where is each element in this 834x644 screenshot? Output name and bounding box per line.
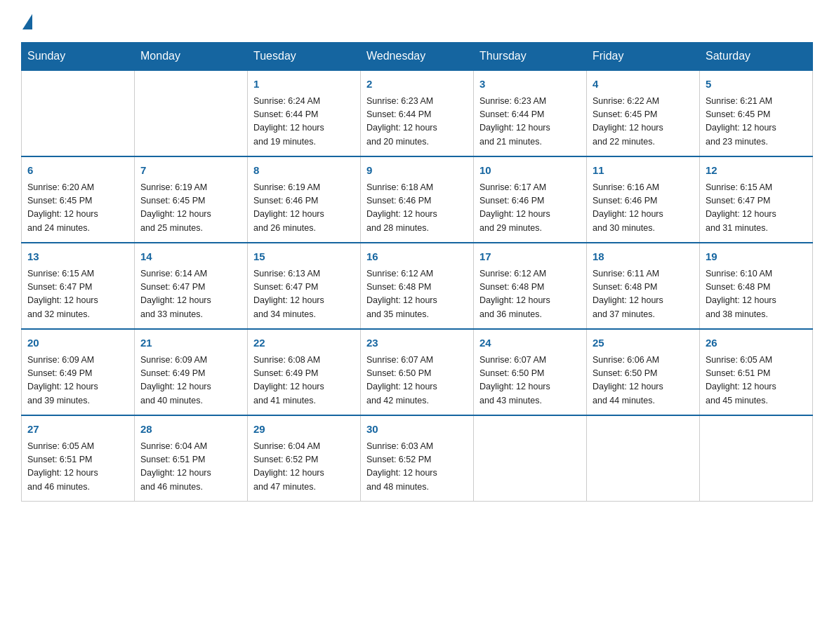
day-info: Sunrise: 6:04 AMSunset: 6:51 PMDaylight:… <box>140 440 241 495</box>
day-number: 13 <box>27 249 128 265</box>
calendar-cell: 17Sunrise: 6:12 AMSunset: 6:48 PMDayligh… <box>474 243 587 329</box>
day-info: Sunrise: 6:15 AMSunset: 6:47 PMDaylight:… <box>27 267 128 322</box>
day-number: 28 <box>140 422 241 438</box>
calendar-cell: 14Sunrise: 6:14 AMSunset: 6:47 PMDayligh… <box>135 243 248 329</box>
day-info: Sunrise: 6:07 AMSunset: 6:50 PMDaylight:… <box>479 354 581 408</box>
page-header <box>21 14 813 28</box>
day-number: 30 <box>366 422 468 438</box>
day-number: 20 <box>27 335 128 351</box>
calendar-week-4: 20Sunrise: 6:09 AMSunset: 6:49 PMDayligh… <box>22 329 813 415</box>
day-number: 10 <box>479 163 581 179</box>
day-info: Sunrise: 6:06 AMSunset: 6:50 PMDaylight:… <box>593 354 694 408</box>
day-info: Sunrise: 6:12 AMSunset: 6:48 PMDaylight:… <box>479 267 581 322</box>
calendar-cell: 24Sunrise: 6:07 AMSunset: 6:50 PMDayligh… <box>474 329 587 415</box>
day-number: 26 <box>706 335 807 351</box>
calendar-cell: 5Sunrise: 6:21 AMSunset: 6:45 PMDaylight… <box>700 70 813 156</box>
calendar-table: SundayMondayTuesdayWednesdayThursdayFrid… <box>21 42 813 502</box>
calendar-cell: 27Sunrise: 6:05 AMSunset: 6:51 PMDayligh… <box>22 415 135 502</box>
day-number: 12 <box>706 163 807 179</box>
calendar-cell: 19Sunrise: 6:10 AMSunset: 6:48 PMDayligh… <box>700 243 813 329</box>
calendar-week-5: 27Sunrise: 6:05 AMSunset: 6:51 PMDayligh… <box>22 415 813 502</box>
day-info: Sunrise: 6:21 AMSunset: 6:45 PMDaylight:… <box>706 95 807 149</box>
day-number: 6 <box>27 163 128 179</box>
calendar-cell: 4Sunrise: 6:22 AMSunset: 6:45 PMDaylight… <box>587 70 700 156</box>
calendar-cell: 26Sunrise: 6:05 AMSunset: 6:51 PMDayligh… <box>700 329 813 415</box>
day-number: 7 <box>140 163 241 179</box>
day-number: 18 <box>593 249 694 265</box>
weekday-header-tuesday: Tuesday <box>248 43 361 71</box>
day-number: 3 <box>479 76 581 93</box>
day-number: 25 <box>593 335 694 351</box>
day-number: 9 <box>366 163 468 179</box>
calendar-cell: 12Sunrise: 6:15 AMSunset: 6:47 PMDayligh… <box>700 156 813 243</box>
day-number: 16 <box>366 249 468 265</box>
day-number: 14 <box>140 249 241 265</box>
calendar-week-3: 13Sunrise: 6:15 AMSunset: 6:47 PMDayligh… <box>22 243 813 329</box>
day-info: Sunrise: 6:05 AMSunset: 6:51 PMDaylight:… <box>27 440 128 495</box>
weekday-header-friday: Friday <box>587 43 700 71</box>
day-info: Sunrise: 6:23 AMSunset: 6:44 PMDaylight:… <box>366 95 468 149</box>
day-number: 15 <box>253 249 355 265</box>
day-number: 29 <box>253 422 355 438</box>
weekday-header-row: SundayMondayTuesdayWednesdayThursdayFrid… <box>22 43 813 71</box>
calendar-cell: 7Sunrise: 6:19 AMSunset: 6:45 PMDaylight… <box>135 156 248 243</box>
weekday-header-monday: Monday <box>135 43 248 71</box>
calendar-cell: 25Sunrise: 6:06 AMSunset: 6:50 PMDayligh… <box>587 329 700 415</box>
day-info: Sunrise: 6:12 AMSunset: 6:48 PMDaylight:… <box>366 267 468 322</box>
day-info: Sunrise: 6:10 AMSunset: 6:48 PMDaylight:… <box>706 267 807 322</box>
calendar-week-1: 1Sunrise: 6:24 AMSunset: 6:44 PMDaylight… <box>22 70 813 156</box>
calendar-cell: 13Sunrise: 6:15 AMSunset: 6:47 PMDayligh… <box>22 243 135 329</box>
weekday-header-wednesday: Wednesday <box>361 43 474 71</box>
logo-text <box>21 14 32 31</box>
calendar-cell: 1Sunrise: 6:24 AMSunset: 6:44 PMDaylight… <box>248 70 361 156</box>
day-info: Sunrise: 6:23 AMSunset: 6:44 PMDaylight:… <box>479 95 581 149</box>
calendar-cell: 16Sunrise: 6:12 AMSunset: 6:48 PMDayligh… <box>361 243 474 329</box>
calendar-cell: 22Sunrise: 6:08 AMSunset: 6:49 PMDayligh… <box>248 329 361 415</box>
day-number: 22 <box>253 335 355 351</box>
day-number: 17 <box>479 249 581 265</box>
calendar-cell: 30Sunrise: 6:03 AMSunset: 6:52 PMDayligh… <box>361 415 474 502</box>
weekday-header-thursday: Thursday <box>474 43 587 71</box>
calendar-cell: 23Sunrise: 6:07 AMSunset: 6:50 PMDayligh… <box>361 329 474 415</box>
day-number: 24 <box>479 335 581 351</box>
calendar-cell: 15Sunrise: 6:13 AMSunset: 6:47 PMDayligh… <box>248 243 361 329</box>
day-number: 19 <box>706 249 807 265</box>
day-info: Sunrise: 6:04 AMSunset: 6:52 PMDaylight:… <box>253 440 355 495</box>
day-info: Sunrise: 6:15 AMSunset: 6:47 PMDaylight:… <box>706 181 807 236</box>
calendar-cell: 2Sunrise: 6:23 AMSunset: 6:44 PMDaylight… <box>361 70 474 156</box>
day-info: Sunrise: 6:20 AMSunset: 6:45 PMDaylight:… <box>27 181 128 236</box>
day-info: Sunrise: 6:19 AMSunset: 6:46 PMDaylight:… <box>253 181 355 236</box>
calendar-cell <box>587 415 700 502</box>
day-info: Sunrise: 6:03 AMSunset: 6:52 PMDaylight:… <box>366 440 468 495</box>
calendar-cell <box>474 415 587 502</box>
day-number: 4 <box>593 76 694 93</box>
day-info: Sunrise: 6:14 AMSunset: 6:47 PMDaylight:… <box>140 267 241 322</box>
calendar-week-2: 6Sunrise: 6:20 AMSunset: 6:45 PMDaylight… <box>22 156 813 243</box>
day-info: Sunrise: 6:17 AMSunset: 6:46 PMDaylight:… <box>479 181 581 236</box>
day-info: Sunrise: 6:16 AMSunset: 6:46 PMDaylight:… <box>593 181 694 236</box>
day-number: 11 <box>593 163 694 179</box>
day-info: Sunrise: 6:24 AMSunset: 6:44 PMDaylight:… <box>253 95 355 149</box>
logo-triangle-icon <box>22 14 32 29</box>
calendar-cell: 6Sunrise: 6:20 AMSunset: 6:45 PMDaylight… <box>22 156 135 243</box>
day-number: 21 <box>140 335 241 351</box>
day-info: Sunrise: 6:19 AMSunset: 6:45 PMDaylight:… <box>140 181 241 236</box>
calendar-cell: 10Sunrise: 6:17 AMSunset: 6:46 PMDayligh… <box>474 156 587 243</box>
day-number: 27 <box>27 422 128 438</box>
day-info: Sunrise: 6:05 AMSunset: 6:51 PMDaylight:… <box>706 354 807 408</box>
day-number: 8 <box>253 163 355 179</box>
day-info: Sunrise: 6:22 AMSunset: 6:45 PMDaylight:… <box>593 95 694 149</box>
calendar-cell: 29Sunrise: 6:04 AMSunset: 6:52 PMDayligh… <box>248 415 361 502</box>
calendar-cell <box>135 70 248 156</box>
calendar-cell: 11Sunrise: 6:16 AMSunset: 6:46 PMDayligh… <box>587 156 700 243</box>
calendar-cell: 28Sunrise: 6:04 AMSunset: 6:51 PMDayligh… <box>135 415 248 502</box>
calendar-cell: 8Sunrise: 6:19 AMSunset: 6:46 PMDaylight… <box>248 156 361 243</box>
day-info: Sunrise: 6:11 AMSunset: 6:48 PMDaylight:… <box>593 267 694 322</box>
day-info: Sunrise: 6:18 AMSunset: 6:46 PMDaylight:… <box>366 181 468 236</box>
calendar-cell: 21Sunrise: 6:09 AMSunset: 6:49 PMDayligh… <box>135 329 248 415</box>
calendar-cell: 9Sunrise: 6:18 AMSunset: 6:46 PMDaylight… <box>361 156 474 243</box>
logo <box>21 14 32 28</box>
day-number: 1 <box>253 76 355 93</box>
day-info: Sunrise: 6:08 AMSunset: 6:49 PMDaylight:… <box>253 354 355 408</box>
day-info: Sunrise: 6:13 AMSunset: 6:47 PMDaylight:… <box>253 267 355 322</box>
